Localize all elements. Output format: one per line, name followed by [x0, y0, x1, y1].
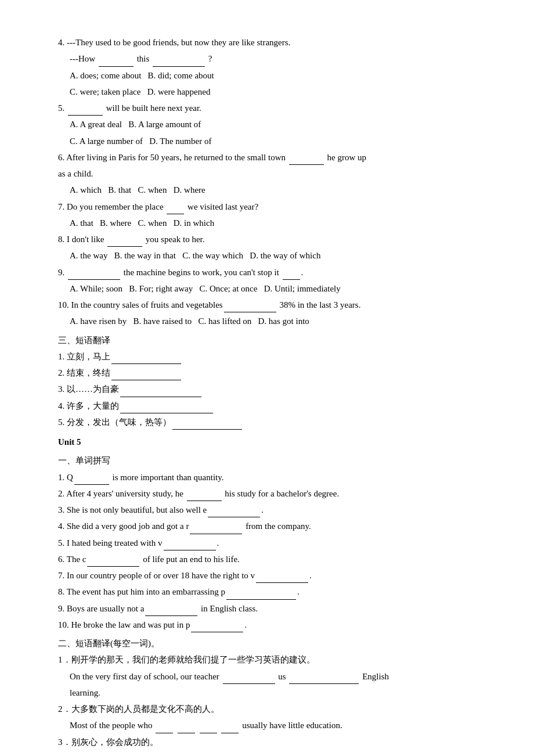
q10-line1: 10. In the country sales of fruits and v…: [58, 297, 488, 312]
u5-q6: 6. The c of life put an end to his life.: [58, 552, 488, 567]
q5-opt2: C. A large number of D. The number of: [58, 134, 488, 149]
s3-item5: 5. 分发，发出（气味，热等）: [58, 415, 488, 430]
q7-blank[interactable]: [167, 214, 184, 214]
u5-q4: 4. She did a very good job and got a r f…: [58, 519, 488, 534]
u5-q10: 10. He broke the law and was put in p.: [58, 617, 488, 632]
u5-q5-blank[interactable]: [164, 550, 216, 550]
u5-sec1-title: 一、单词拼写: [58, 453, 488, 468]
q7-opt1: A. that B. where C. when D. in which: [58, 215, 488, 231]
u5-s2-q2-en: Most of the people who usually have litt…: [58, 718, 488, 733]
q8-blank[interactable]: [107, 246, 142, 247]
u5-q4-blank[interactable]: [190, 534, 242, 534]
q10-blank[interactable]: [224, 312, 276, 312]
u5-s2-q1-en2: learning.: [58, 685, 488, 700]
u5-q7-blank[interactable]: [256, 582, 308, 583]
u5-s2-q1-cn: 1．刚开学的那天，我们的老师就给我们提了一些学习英语的建议。: [58, 652, 488, 667]
u5-sec2-title: 二、短语翻译(每空一词)。: [58, 636, 488, 651]
u5-q1: 1. Q is more important than quantity.: [58, 470, 488, 485]
u5-q8: 8. The event has put him into an embarra…: [58, 584, 488, 599]
s3-blank1[interactable]: [111, 363, 181, 364]
q4-line2: ---How this ?: [58, 51, 488, 66]
u5-s2-q1-blank1[interactable]: [223, 683, 275, 684]
u5-q9: 9. Boys are usually not a in English cla…: [58, 601, 488, 616]
s3-item3: 3. 以……为自豪: [58, 381, 488, 397]
q6-opt1: A. which B. that C. when D. where: [58, 182, 488, 197]
q6-blank[interactable]: [289, 164, 324, 165]
s3-item1: 1. 立刻，马上: [58, 349, 488, 364]
u5-q9-blank[interactable]: [145, 615, 197, 616]
q8-opt1: A. the way B. the way in that C. the way…: [58, 248, 488, 263]
s3-blank2[interactable]: [111, 380, 181, 380]
q9-blank2[interactable]: [283, 279, 300, 280]
u5-s2-q1-en: On the very first day of school, our tea…: [58, 669, 488, 684]
q9-opt1: A. While; soon B. For; right away C. Onc…: [58, 281, 488, 296]
section3-title: 三、短语翻译: [58, 333, 488, 348]
u5-q6-blank[interactable]: [87, 566, 139, 567]
s3-blank3[interactable]: [120, 397, 201, 397]
u5-s2-q2-blank2[interactable]: [178, 733, 195, 733]
unit5-title: Unit 5: [58, 434, 488, 449]
q6-line1: 6. After living in Paris for 50 years, h…: [58, 150, 488, 165]
q9-line1: 9. the machine begins to work, you can't…: [58, 265, 488, 280]
u5-q3: 3. She is not only beautiful, but also w…: [58, 502, 488, 517]
u5-s2-q2-cn: 2．大多数下岗的人员都是文化不高的人。: [58, 701, 488, 717]
q4-line1: 4. ---They used to be good friends, but …: [58, 35, 488, 50]
q4-text1: 4. ---They used to be good friends, but …: [58, 38, 290, 47]
u5-q8-blank[interactable]: [226, 599, 296, 600]
u5-s2-q1-blank2[interactable]: [289, 683, 359, 684]
q4-blank1[interactable]: [99, 66, 134, 67]
u5-q7: 7. In our country people of or over 18 h…: [58, 568, 488, 583]
q4-opt1: A. does; come about B. did; come about: [58, 68, 488, 83]
u5-s2-q2-blank3[interactable]: [200, 733, 217, 733]
q5-line1: 5. will be built here next year.: [58, 100, 488, 116]
u5-q3-blank[interactable]: [208, 517, 260, 517]
s3-blank5[interactable]: [172, 429, 242, 430]
u5-s2-q2-blank4[interactable]: [221, 733, 239, 733]
q4-blank2[interactable]: [153, 66, 205, 67]
u5-q2: 2. After 4 years' university study, he h…: [58, 486, 488, 501]
u5-s2-q2-blank1[interactable]: [156, 733, 173, 733]
q10-opt1: A. have risen by B. have raised to C. ha…: [58, 314, 488, 329]
u5-s2-q3-cn: 3．别灰心，你会成功的。: [58, 735, 488, 750]
q5-blank[interactable]: [68, 115, 103, 116]
q5-opt1: A. A great deal B. A large amount of: [58, 117, 488, 132]
u5-q5: 5. I hated being treated with v.: [58, 535, 488, 550]
u5-q1-blank[interactable]: [74, 484, 109, 485]
q4-opt2: C. were; taken place D. were happened: [58, 84, 488, 99]
s3-blank4[interactable]: [120, 413, 213, 413]
q6-line2: as a child.: [58, 166, 488, 181]
q8-line1: 8. I don't like you speak to her.: [58, 232, 488, 247]
q7-line1: 7. Do you remember the place we visited …: [58, 199, 488, 214]
q9-blank1[interactable]: [68, 279, 120, 280]
u5-q2-blank[interactable]: [187, 501, 222, 501]
q4-text2: ---How this ?: [70, 54, 212, 63]
main-content: 4. ---They used to be good friends, but …: [58, 35, 488, 750]
u5-q10-blank[interactable]: [191, 632, 243, 632]
s3-item4: 4. 许多，大量的: [58, 398, 488, 413]
s3-item2: 2. 结束，终结: [58, 365, 488, 380]
